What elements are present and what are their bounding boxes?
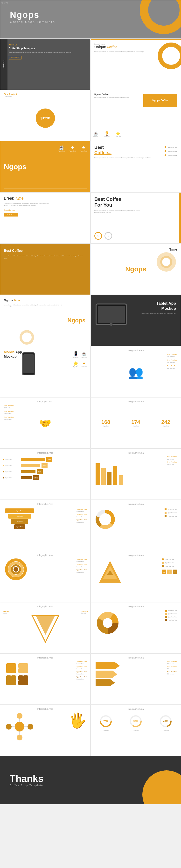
hbar-2	[21, 464, 40, 467]
fn-sub-2: Sub text here	[76, 516, 87, 518]
group-icon: 🤝	[39, 418, 51, 429]
pyr-swatch-1	[162, 558, 164, 560]
ngops-center: Ngops	[125, 265, 146, 273]
mobile-span: Mobile	[4, 350, 14, 354]
hbar-box-4: 35%	[33, 475, 39, 480]
puzzle-area	[5, 662, 29, 687]
mob-title-area: Mobile AppMockup	[4, 350, 22, 359]
slide-inf-rings: Infographic Area Type Your Text Sub text…	[0, 551, 90, 602]
time-label: Time	[170, 247, 177, 251]
learn-more-btn[interactable]: Learn More	[9, 56, 22, 59]
bc-item-2: Type Text Here	[165, 150, 177, 152]
hbar-box-3: 50%	[37, 469, 43, 474]
vbar-4	[113, 466, 117, 485]
rl-2: Type Your Text	[76, 564, 87, 565]
brand-lbl-1: Type Text	[59, 150, 65, 152]
slide-infographic-stats: Infographic Area 168 Type Text 174 Type …	[90, 397, 181, 448]
rings-legend: Type Your Text Sub text here Type Your T…	[76, 558, 87, 573]
bfy-title: Best CoffeeFor You	[94, 196, 143, 208]
slide-tablet-mockup: Tablet AppMockup Lorem ipsum dolor sit a…	[90, 295, 181, 346]
st-s1: Sub text here	[167, 663, 177, 664]
bc-item-1: Type Text Here	[165, 146, 177, 148]
hbar-dot-1	[3, 459, 4, 460]
order-now-btn[interactable]: Order Now	[4, 213, 17, 217]
ngops-coffee-content: Ngops Coffee Lorem ipsum dolor sit amet …	[94, 93, 140, 98]
stats-row: 168 Type Text 174 Type Text 242 Type Tex…	[91, 419, 181, 427]
brand-big-name: Ngops	[4, 163, 26, 171]
stat-num-3: 242	[161, 419, 170, 425]
nt-title: Ngops Time	[4, 299, 66, 302]
hbar-box-2: 65%	[41, 463, 47, 468]
slide-inf-inv-triangle: Infographic Area Type Text Sub text Type…	[0, 602, 90, 653]
dl-label-3: Type Your Text	[168, 516, 177, 517]
svg-text:58%: 58%	[133, 720, 138, 723]
vbar-3	[107, 472, 111, 485]
brand-icon-1: ☕ Type Text	[59, 145, 65, 152]
vbar-5	[119, 475, 123, 485]
inv-triangle-svg	[31, 614, 60, 643]
bfy-content: Best CoffeeFor You Lorem ipsum dolor sit…	[94, 196, 143, 214]
hbar-dot-3	[3, 471, 4, 472]
inf-sub-r2: Sub Text Here	[167, 362, 177, 363]
ring-center	[13, 567, 19, 572]
inf-title-16: Infographic Area	[37, 400, 53, 403]
pyr-ico-box-2: □	[167, 569, 172, 574]
inf-left-items: Type Your Text Sub Text Here Type Your T…	[4, 405, 14, 420]
svg-point-21	[16, 735, 23, 740]
inf16-l2: Type Your Text	[4, 410, 14, 412]
cpct-lbl-1: Type Text	[99, 730, 112, 731]
pyr-ico-box-1: △	[162, 569, 166, 574]
svg-rect-7	[6, 663, 16, 673]
inf16-l1: Type Your Text	[4, 405, 14, 406]
slide-row-12: Infographic Area Type Text Sub text Type…	[0, 602, 181, 653]
brand-subtitle: Coffee Shop Template	[10, 20, 55, 24]
rl-3: Type Your Text	[76, 569, 87, 570]
bfy-circle-2: ➤	[105, 232, 112, 240]
phone-device	[22, 352, 35, 375]
phone-screen	[24, 354, 34, 373]
bt-sub: Great for You	[4, 209, 52, 211]
inf-title-27: Infographic Area	[128, 656, 144, 659]
slide-ngops-time: Time Ngops	[90, 244, 181, 295]
bc2-title: Best Coffee	[4, 249, 87, 252]
top-accent-bar	[91, 39, 181, 40]
mob-grid-icon-2: ☕ Type Text	[81, 351, 87, 358]
nc-icon-3: ⭐ Type Text	[116, 131, 121, 137]
nc-label-2: Type Text	[104, 136, 109, 137]
slide-best-coffee-brown: Best Coffee Lorem ipsum dolor sit amet c…	[0, 244, 90, 295]
slide-inf-pie: Infographic Area Type Your Text Type You…	[90, 602, 181, 653]
pie-leg-4: Type Your Text	[165, 619, 177, 621]
pie-leg-2: Type Your Text	[165, 613, 177, 615]
slide-inf-hbars-boxes: Infographic Area Type Text 80% Type Text…	[0, 448, 90, 500]
dl-3: Type Your Text	[165, 515, 177, 517]
nc-desc: Lorem ipsum dolor sit amet consectetur a…	[94, 96, 140, 98]
svg-rect-8	[19, 663, 28, 673]
trophy-icon: 🏆	[104, 131, 109, 136]
mob-title: Mobile AppMockup	[4, 350, 22, 359]
bfy-circles-row: ➤ ➤	[94, 232, 112, 240]
inv-triangle-area	[31, 614, 60, 644]
svg-marker-4	[36, 616, 55, 635]
bc-main-title: Best Coffee...	[94, 145, 151, 155]
stat-num-2: 174	[131, 419, 140, 425]
hbar-4	[21, 476, 32, 479]
bc2-content: Best Coffee Lorem ipsum dolor sit amet c…	[4, 249, 87, 259]
hbars-content: Type Text 80% Type Text 65% Type Text 50…	[3, 457, 88, 480]
bt-desc: Lorem ipsum dolor sit amet consectetur a…	[4, 203, 52, 207]
pyr-swatch-2	[162, 562, 164, 564]
brand-icon-3: ★ Type Text	[80, 145, 87, 152]
funnel-layer-4: Type Text	[14, 524, 25, 529]
hand-icon: 🖐	[69, 713, 87, 728]
svg-point-13	[22, 673, 25, 676]
fn-leg-2: Type Your Text	[76, 514, 87, 515]
svg-point-18	[15, 722, 24, 732]
bc-item-3: Type Text Here	[165, 154, 177, 156]
bfy-desc: Lorem ipsum dolor sit amet consectetur a…	[94, 210, 143, 214]
st-l3: Type Your Text	[167, 671, 177, 673]
inf-right-items: Type Your Text Sub Text Here Type Your T…	[167, 353, 177, 369]
nt-brand-right: Ngops	[67, 317, 85, 324]
dl-2: Type Your Text	[165, 512, 177, 514]
brand-ico-1: ☕	[59, 145, 65, 150]
puzz-s1: Sub text here	[76, 663, 87, 664]
rl-s3: Sub text here	[76, 571, 87, 573]
